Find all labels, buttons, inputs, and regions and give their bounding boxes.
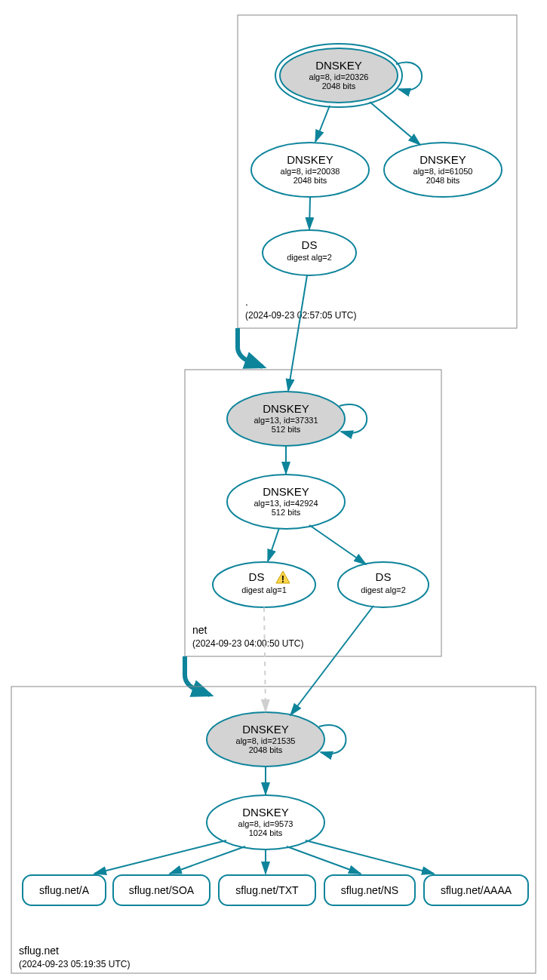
- svg-text:DNSKEY: DNSKEY: [263, 485, 309, 498]
- svg-text:alg=8, id=61050: alg=8, id=61050: [413, 167, 473, 176]
- svg-text:sflug.net/NS: sflug.net/NS: [341, 884, 398, 896]
- svg-text:DNSKEY: DNSKEY: [287, 153, 333, 166]
- zone-net-label: net: [192, 624, 207, 636]
- svg-text:alg=13, id=42924: alg=13, id=42924: [254, 499, 318, 508]
- rrset-soa: sflug.net/SOA: [113, 875, 210, 905]
- svg-text:alg=13, id=37331: alg=13, id=37331: [254, 416, 318, 425]
- svg-text:2048 bits: 2048 bits: [322, 81, 356, 91]
- root-ksk: DNSKEY alg=8, id=20326 2048 bits: [275, 44, 402, 107]
- root-ds: DS digest alg=2: [263, 230, 356, 275]
- svg-text:sflug.net/TXT: sflug.net/TXT: [235, 884, 299, 896]
- svg-text:digest alg=2: digest alg=2: [361, 585, 406, 594]
- svg-text:2048 bits: 2048 bits: [426, 176, 460, 185]
- zone-domain-label: sflug.net: [19, 945, 59, 957]
- edge-net-ds2-domain-ksk: [290, 606, 373, 715]
- svg-text:DNSKEY: DNSKEY: [315, 59, 362, 72]
- domain-ksk: DNSKEY alg=8, id=21535 2048 bits: [207, 712, 324, 766]
- net-zsk: DNSKEY alg=13, id=42924 512 bits: [227, 475, 345, 529]
- edge-zsk-aaaa: [306, 840, 434, 874]
- root-zsk: DNSKEY alg=8, id=20038 2048 bits: [251, 143, 369, 197]
- net-ksk: DNSKEY alg=13, id=37331 512 bits: [227, 392, 345, 446]
- zone-root-label: .: [245, 296, 248, 308]
- svg-text:2048 bits: 2048 bits: [293, 176, 327, 185]
- svg-text:alg=8, id=21535: alg=8, id=21535: [236, 736, 296, 745]
- svg-text:!: !: [281, 573, 284, 585]
- svg-text:sflug.net/AAAA: sflug.net/AAAA: [441, 884, 512, 896]
- zone-root: . (2024-09-23 02:57:05 UTC) DNSKEY alg=8…: [238, 15, 517, 328]
- rrset-ns: sflug.net/NS: [324, 875, 415, 905]
- svg-text:DS: DS: [376, 570, 392, 583]
- svg-text:DNSKEY: DNSKEY: [242, 723, 289, 736]
- zone-arrow-net-domain: [185, 656, 210, 695]
- zone-domain: sflug.net (2024-09-23 05:19:35 UTC) DNSK…: [11, 606, 536, 973]
- svg-text:sflug.net/A: sflug.net/A: [39, 884, 90, 896]
- svg-text:digest alg=2: digest alg=2: [287, 253, 332, 262]
- svg-text:digest alg=1: digest alg=1: [241, 585, 287, 594]
- edge-root-ksk-extra: [370, 102, 420, 145]
- svg-text:1024 bits: 1024 bits: [249, 828, 283, 837]
- svg-text:DNSKEY: DNSKEY: [242, 806, 289, 819]
- zone-net-timestamp: (2024-09-23 04:00:50 UTC): [192, 638, 303, 649]
- edge-root-ksk-zsk: [315, 106, 330, 142]
- svg-point-26: [213, 562, 315, 607]
- edge-zsk-a: [94, 840, 226, 874]
- zone-arrow-root-net: [238, 328, 263, 367]
- edge-net-zsk-ds1: [268, 528, 279, 561]
- net-ds1: DS digest alg=1 !: [213, 562, 315, 607]
- svg-text:512 bits: 512 bits: [272, 508, 301, 517]
- root-dnskey-extra: DNSKEY alg=8, id=61050 2048 bits: [384, 143, 502, 197]
- svg-text:DNSKEY: DNSKEY: [419, 153, 466, 166]
- svg-text:2048 bits: 2048 bits: [249, 745, 283, 754]
- svg-text:sflug.net/SOA: sflug.net/SOA: [129, 884, 195, 896]
- svg-text:DS: DS: [249, 570, 265, 583]
- zone-net: net (2024-09-23 04:00:50 UTC) DNSKEY alg…: [185, 275, 441, 656]
- svg-text:DS: DS: [302, 238, 318, 251]
- zone-domain-timestamp: (2024-09-23 05:19:35 UTC): [19, 959, 130, 969]
- edge-root-zsk-ds: [309, 198, 310, 229]
- edge-zsk-soa: [170, 846, 245, 874]
- svg-text:alg=8, id=20326: alg=8, id=20326: [309, 72, 369, 81]
- edge-net-ds1-domain-ksk: [264, 607, 266, 711]
- edge-zsk-ns: [287, 846, 361, 874]
- net-ds2: DS digest alg=2: [338, 562, 429, 607]
- svg-text:512 bits: 512 bits: [272, 425, 301, 434]
- rrset-txt: sflug.net/TXT: [219, 875, 315, 905]
- svg-text:alg=8, id=20038: alg=8, id=20038: [281, 167, 340, 176]
- svg-text:DNSKEY: DNSKEY: [263, 402, 309, 415]
- rrset-aaaa: sflug.net/AAAA: [424, 875, 528, 905]
- svg-text:alg=8, id=9573: alg=8, id=9573: [238, 819, 293, 828]
- rrset-a: sflug.net/A: [23, 875, 106, 905]
- edge-root-ds-net-ksk: [288, 275, 307, 391]
- edge-net-zsk-ds2: [309, 525, 366, 564]
- svg-point-30: [338, 562, 429, 607]
